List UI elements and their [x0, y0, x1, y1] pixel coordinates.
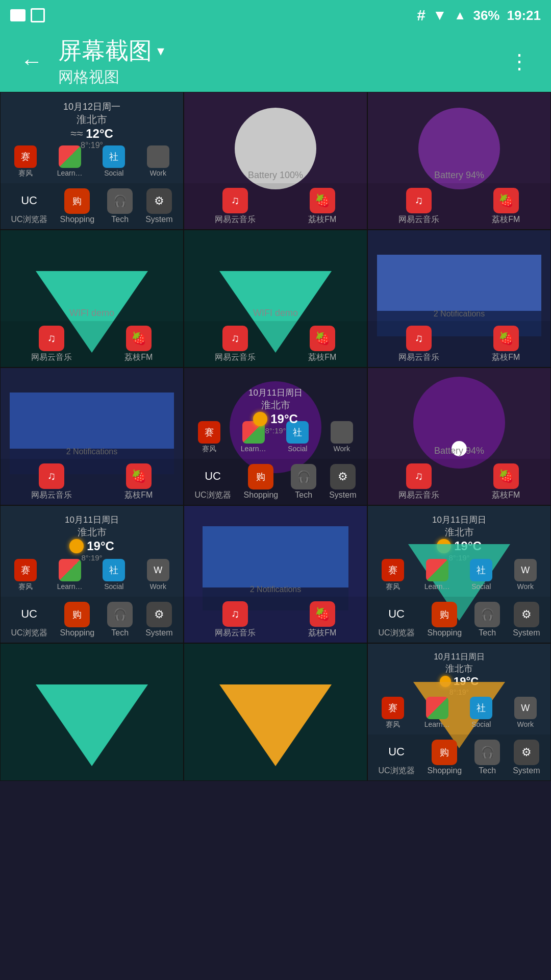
system-8[interactable]: ⚙ System — [329, 464, 356, 500]
shopping-icon-8: 购 — [248, 464, 273, 489]
music163-icon-3: ♫ — [406, 188, 432, 213]
system-10[interactable]: ⚙ System — [145, 602, 172, 638]
app-saifeng-15[interactable]: 赛 赛风 — [372, 697, 414, 729]
tech-label-10: Tech — [111, 628, 129, 638]
music163-label-7: 网易云音乐 — [31, 490, 72, 501]
square-icon — [31, 8, 45, 22]
uc-12[interactable]: UC UC浏览器 — [378, 601, 414, 639]
grid-cell-3[interactable]: Battery 94% ♫ 网易云音乐 🍓 荔枝FM — [367, 92, 551, 230]
app-saifeng-10[interactable]: 赛 赛风 — [5, 559, 47, 592]
app-work-10[interactable]: W Work — [137, 559, 180, 592]
tech-15[interactable]: 🎧 Tech — [474, 740, 500, 775]
shopping-label-15: Shopping — [428, 766, 462, 775]
shopping-icon-15: 购 — [432, 740, 457, 765]
music163-5[interactable]: ♫ 网易云音乐 — [215, 326, 256, 363]
app-saifeng-1[interactable]: 赛 赛风 — [5, 145, 47, 178]
app-work-15[interactable]: W Work — [505, 697, 547, 729]
app-learning-10[interactable]: Learning — [49, 559, 91, 592]
uc-browser-1[interactable]: UC UC浏览器 — [11, 188, 47, 225]
work-label-10: Work — [150, 582, 166, 591]
bottom-icons-7: ♫ 网易云音乐 🍓 荔枝FM — [1, 459, 183, 505]
shopping-1[interactable]: 购 Shopping — [60, 188, 95, 224]
back-button[interactable]: ← — [15, 43, 48, 79]
header-title: 屏幕截图 ▾ — [58, 35, 494, 67]
system-12[interactable]: ⚙ System — [513, 602, 540, 638]
grid-cell-2[interactable]: Battery 100% ♫ 网易云音乐 🍓 荔枝FM — [184, 92, 367, 230]
grid-cell-9[interactable]: Battery 94% ♫ 网易云音乐 🍓 荔枝FM — [367, 368, 551, 505]
grid-cell-15[interactable]: 10月11日周日 淮北市 19°C 8°:19° 赛 赛风 Learning 社… — [367, 643, 551, 781]
shopping-10[interactable]: 购 Shopping — [60, 602, 95, 638]
social-icon-12: 社 — [470, 559, 492, 581]
grid-cell-11[interactable]: 2 Notifications ♫ 网易云音乐 🍓 荔枝FM — [184, 505, 367, 643]
raspberryfm-5[interactable]: 🍓 荔枝FM — [308, 326, 336, 363]
grid-cell-4[interactable]: WIFI demo ♫ 网易云音乐 🍓 荔枝FM — [0, 230, 184, 368]
social-icon-10: 社 — [103, 559, 125, 581]
app-social-15[interactable]: 社 Social — [460, 697, 503, 729]
uc-15[interactable]: UC UC浏览器 — [378, 739, 414, 776]
more-options-button[interactable]: ⋮ — [504, 44, 536, 78]
grid-cell-14[interactable] — [184, 643, 367, 781]
tech-icon-8: 🎧 — [291, 464, 316, 489]
app-social-1[interactable]: 社 Social — [93, 145, 135, 178]
shopping-12[interactable]: 购 Shopping — [428, 602, 462, 638]
tech-8[interactable]: 🎧 Tech — [291, 464, 316, 500]
header: ← 屏幕截图 ▾ 网格视图 ⋮ — [0, 31, 551, 92]
tech-12[interactable]: 🎧 Tech — [474, 602, 500, 638]
shopping-15[interactable]: 购 Shopping — [428, 740, 462, 775]
music163-7[interactable]: ♫ 网易云音乐 — [31, 463, 72, 501]
uc-8[interactable]: UC UC浏览器 — [194, 463, 231, 501]
tech-10[interactable]: 🎧 Tech — [107, 602, 133, 638]
music163-2[interactable]: ♫ 网易云音乐 — [215, 188, 256, 225]
app-learning-15[interactable]: Learning — [416, 697, 459, 729]
notif-text-11: 2 Notifications — [184, 585, 367, 594]
app-learning-1[interactable]: Learning — [49, 145, 91, 178]
raspberryfm-11[interactable]: 🍓 荔枝FM — [308, 601, 336, 639]
grid-cell-13[interactable] — [0, 643, 184, 781]
grid-cell-12[interactable]: 10月11日周日 淮北市 19°C 8°:19° 赛 赛风 Learning 社… — [367, 505, 551, 643]
music163-icon-9: ♫ — [406, 463, 432, 489]
app-learning-12[interactable]: Learning — [416, 559, 459, 592]
dropdown-arrow-icon[interactable]: ▾ — [157, 42, 164, 59]
grid-cell-10[interactable]: 10月11日周日 淮北市 19°C 8°:19° 赛 赛风 Learning 社… — [0, 505, 184, 643]
weather-location-1: 淮北市 — [10, 113, 174, 127]
music163-3[interactable]: ♫ 网易云音乐 — [398, 188, 439, 225]
raspberryfm-9[interactable]: 🍓 荔枝FM — [492, 463, 520, 501]
raspberryfm-4[interactable]: 🍓 荔枝FM — [124, 326, 153, 363]
system-15[interactable]: ⚙ System — [513, 740, 540, 775]
app-work-12[interactable]: W Work — [505, 559, 547, 592]
time-display: 19:21 — [507, 8, 541, 23]
tech-1[interactable]: 🎧 Tech — [107, 188, 133, 224]
music163-4[interactable]: ♫ 网易云音乐 — [31, 326, 72, 363]
raspberry-label-6: 荔枝FM — [492, 352, 520, 363]
raspberryfm-2[interactable]: 🍓 荔枝FM — [308, 188, 336, 225]
learning-icon-12 — [426, 559, 448, 581]
app-work-1[interactable]: Work — [137, 145, 180, 178]
music163-11[interactable]: ♫ 网易云音乐 — [215, 601, 256, 639]
social-label-8: Social — [288, 445, 307, 453]
grid-cell-6[interactable]: 2 Notifications ♫ 网易云音乐 🍓 荔枝FM — [367, 230, 551, 368]
app-saifeng-12[interactable]: 赛 赛风 — [372, 559, 414, 592]
social-label-12: Social — [471, 582, 491, 591]
status-bar: # ▼ ▲ 36% 19:21 — [0, 0, 551, 31]
uc-10[interactable]: UC UC浏览器 — [11, 601, 47, 639]
raspberryfm-7[interactable]: 🍓 荔枝FM — [124, 463, 153, 501]
shopping-8[interactable]: 购 Shopping — [244, 464, 279, 500]
screenshot-grid: 10月12日周一 淮北市 ≈≈ 12°C 8°:19° 赛 赛风 Learnin… — [0, 92, 551, 781]
app-social-10[interactable]: 社 Social — [93, 559, 135, 592]
triangle-teal-13 — [36, 684, 148, 766]
raspberryfm-3[interactable]: 🍓 荔枝FM — [492, 188, 520, 225]
grid-cell-7[interactable]: 2 Notifications ♫ 网易云音乐 🍓 荔枝FM — [0, 368, 184, 505]
music163-9[interactable]: ♫ 网易云音乐 — [398, 463, 439, 501]
hash-icon: # — [417, 7, 425, 24]
raspberry-label-7: 荔枝FM — [124, 490, 153, 501]
system-1[interactable]: ⚙ System — [145, 188, 172, 224]
raspberryfm-6[interactable]: 🍓 荔枝FM — [492, 326, 520, 363]
raspberry-icon-4: 🍓 — [126, 326, 152, 351]
grid-cell-5[interactable]: WIFI demo ♫ 网易云音乐 🍓 荔枝FM — [184, 230, 367, 368]
shopping-label-12: Shopping — [428, 628, 462, 638]
grid-cell-1[interactable]: 10月12日周一 淮北市 ≈≈ 12°C 8°:19° 赛 赛风 Learnin… — [0, 92, 184, 230]
app-social-12[interactable]: 社 Social — [460, 559, 503, 592]
music163-6[interactable]: ♫ 网易云音乐 — [398, 326, 439, 363]
work-icon-10: W — [147, 559, 169, 581]
grid-cell-8[interactable]: 10月11日周日 淮北市 19°C 8°:19° 赛 赛风 Learning 社… — [184, 368, 367, 505]
